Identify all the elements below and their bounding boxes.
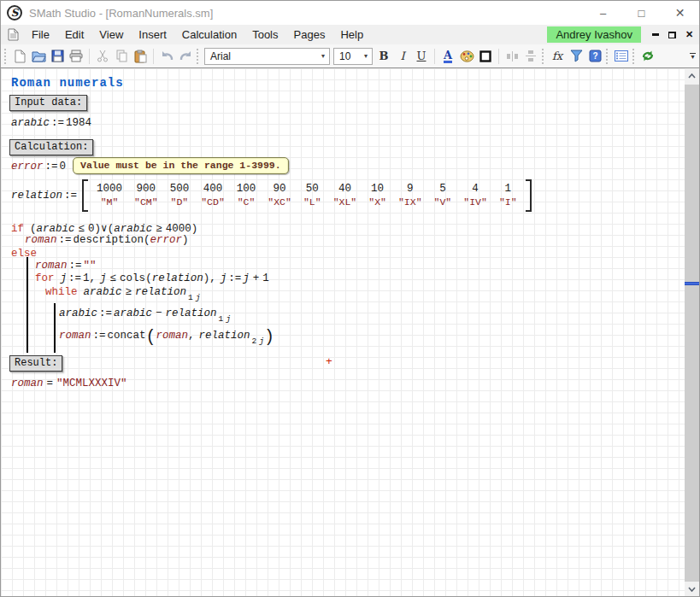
toolbar-grip[interactable] — [4, 49, 7, 64]
font-family-value: Arial — [210, 50, 231, 62]
section-label-calculation[interactable]: Calculation: — [9, 139, 93, 155]
font-color-icon: A — [444, 50, 452, 63]
underline-button[interactable]: U — [412, 47, 431, 66]
save-button[interactable] — [48, 47, 67, 66]
paste-clipboard-icon — [134, 50, 147, 63]
menu-right-area: Andrey Ivashov ✕ — [547, 26, 699, 43]
scrollbar-thumb[interactable] — [685, 85, 699, 582]
subscript-index: 1j — [219, 314, 231, 324]
bold-button[interactable]: B — [374, 47, 393, 66]
copy-button[interactable] — [112, 47, 131, 66]
for-statement[interactable]: forj:=1,j≤cols(relation),j:=j+1 — [35, 272, 269, 284]
child-close-button[interactable]: ✕ — [682, 27, 697, 42]
var-relation: relation — [11, 190, 62, 202]
scroll-up-button[interactable] — [685, 68, 699, 83]
matrix-column: 1"I" — [493, 182, 523, 209]
sheet-title[interactable]: Roman numerals — [11, 76, 124, 90]
maximize-icon: □ — [638, 7, 645, 20]
toolbar: Arial ▾ 10 ▾ B I U A fx ? ▾ — [1, 44, 699, 68]
toolbar-grip[interactable] — [606, 49, 609, 64]
outer-line-block — [26, 257, 28, 353]
recalculate-button[interactable] — [638, 47, 657, 66]
font-family-select[interactable]: Arial ▾ — [204, 48, 330, 65]
if-statement[interactable]: if(arabic≤0)∨(arabic≥4000) — [11, 221, 197, 235]
minimize-icon: – — [600, 7, 606, 20]
else-keyword[interactable]: else — [11, 248, 37, 260]
paste-button[interactable] — [131, 47, 150, 66]
vertical-split-icon — [526, 50, 536, 62]
section-label-result[interactable]: Result: — [9, 355, 62, 372]
menu-file[interactable]: File — [24, 25, 57, 44]
title-bar: S SMath Studio - [RomanNumerals.sm] – □ … — [1, 1, 699, 25]
border-button[interactable] — [476, 47, 495, 66]
result-output[interactable]: roman="MCMLXXXIV" — [11, 378, 127, 389]
child-minimize-button[interactable] — [648, 27, 662, 42]
concat-assignment[interactable]: roman:=concat(roman,relation2j) — [59, 327, 274, 347]
assign-op: := — [45, 161, 58, 173]
open-button[interactable] — [29, 47, 48, 66]
cut-button[interactable] — [93, 47, 112, 66]
scroll-down-button[interactable] — [685, 582, 699, 596]
undo-arrow-icon — [160, 50, 174, 62]
document-icon[interactable] — [8, 28, 19, 41]
matrix-column: 4"IV" — [457, 182, 493, 209]
copy-icon — [115, 50, 128, 62]
child-restore-icon — [668, 32, 676, 38]
menu-insert[interactable]: Insert — [131, 25, 174, 44]
window-controls: – □ ✕ — [584, 1, 699, 25]
open-folder-icon — [32, 50, 46, 62]
empty-string-assignment[interactable]: roman:="" — [35, 260, 97, 272]
font-size-select[interactable]: 10 ▾ — [333, 48, 373, 65]
insert-unit-button[interactable] — [567, 47, 585, 66]
redo-button[interactable] — [176, 47, 195, 66]
while-statement[interactable]: whilearabic≥relation1j — [45, 286, 200, 298]
menu-view[interactable]: View — [91, 25, 131, 44]
toolbar-grip[interactable] — [197, 49, 199, 64]
menu-tools[interactable]: Tools — [244, 25, 285, 44]
redo-arrow-icon — [179, 50, 193, 62]
insertion-cursor: + — [326, 355, 332, 368]
print-icon — [69, 50, 83, 62]
palette-icon — [460, 50, 474, 62]
undo-button[interactable] — [157, 47, 176, 66]
toolbar-separator — [434, 49, 435, 64]
assignment-arabic[interactable]: arabic:=1984 — [11, 117, 91, 129]
vertical-separator-button[interactable] — [521, 47, 540, 66]
menu-calculation[interactable]: Calculation — [174, 25, 244, 44]
font-color-button[interactable]: A — [438, 47, 457, 66]
child-restore-button[interactable] — [665, 27, 679, 42]
print-button[interactable] — [67, 47, 85, 66]
toolbar-grip[interactable] — [542, 49, 544, 64]
matrix-bracket-right — [526, 179, 532, 212]
background-color-button[interactable] — [457, 47, 476, 66]
menu-pages[interactable]: Pages — [286, 25, 333, 44]
toolbar-separator — [89, 49, 90, 64]
chevron-down-icon: ▾ — [360, 52, 372, 60]
assignment-error[interactable]: error:=0 — [11, 161, 66, 173]
show-descriptions-button[interactable] — [612, 47, 631, 66]
maximize-button[interactable]: □ — [622, 1, 661, 25]
section-label-input[interactable]: Input data: — [9, 95, 87, 111]
italic-button[interactable]: I — [393, 47, 412, 66]
toolbar-overflow-button[interactable]: ▾ — [690, 53, 696, 60]
assignment-relation[interactable]: relation := 1000"M" 900"CM" 500"D" 400"C… — [11, 179, 532, 212]
matrix-column: 10"X" — [362, 182, 392, 209]
insert-function-button[interactable]: fx — [548, 47, 567, 66]
horizontal-split-icon — [506, 51, 519, 61]
arabic-subtract-assignment[interactable]: arabic:=arabic−relation1j — [59, 307, 231, 319]
description-assignment[interactable]: roman:=description(error) — [25, 234, 189, 246]
toolbar-grip[interactable] — [632, 49, 635, 64]
subscript-index: 1j — [188, 293, 200, 302]
reference-book-button[interactable]: ? — [585, 47, 604, 66]
vertical-scrollbar[interactable] — [685, 68, 699, 596]
user-account-badge[interactable]: Andrey Ivashov — [547, 26, 641, 43]
inner-line-block — [54, 303, 56, 353]
new-button[interactable] — [10, 47, 29, 66]
horizontal-separator-button[interactable] — [503, 47, 521, 66]
close-button[interactable]: ✕ — [661, 1, 699, 25]
minimize-button[interactable]: – — [584, 1, 622, 25]
menu-edit[interactable]: Edit — [57, 25, 91, 44]
menu-help[interactable]: Help — [332, 25, 371, 44]
assign-op: := — [51, 117, 64, 129]
worksheet-canvas[interactable]: Roman numerals Input data: arabic:=1984 … — [1, 68, 686, 596]
